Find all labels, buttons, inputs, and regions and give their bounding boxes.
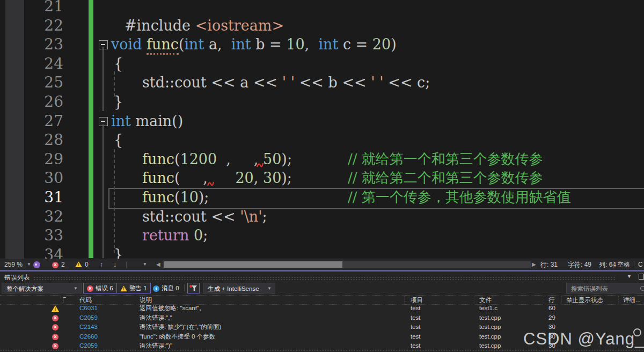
- zoom-level[interactable]: 259 %: [4, 259, 23, 270]
- cell-file: test.cpp: [479, 332, 501, 342]
- search-box[interactable]: [566, 283, 644, 294]
- line-number[interactable]: 33: [21, 226, 63, 245]
- code-line[interactable]: }: [114, 245, 123, 259]
- warning-count[interactable]: 0: [85, 259, 89, 270]
- indent-guide: [114, 149, 115, 253]
- cell-line: 60: [548, 304, 555, 313]
- code-token: ( ,: [174, 170, 236, 186]
- line-number[interactable]: 31: [21, 188, 63, 207]
- line-number[interactable]: 21: [21, 0, 63, 16]
- cell-code[interactable]: C2059: [79, 341, 98, 351]
- warning-count-icon[interactable]: !: [75, 261, 82, 267]
- code-row: 22#include <iostream>: [0, 16, 644, 35]
- scope-dropdown[interactable]: 整个解决方案 ▼: [2, 283, 82, 294]
- error-squiggle-icon: [256, 160, 264, 170]
- code-line[interactable]: std::cout << '\n';: [142, 207, 267, 226]
- code-token: 30: [263, 170, 281, 186]
- line-number[interactable]: 24: [21, 54, 63, 74]
- column-detail[interactable]: 详细...: [623, 296, 641, 304]
- next-change-icon[interactable]: ↓: [113, 259, 117, 270]
- line-number[interactable]: 30: [21, 168, 63, 188]
- code-line[interactable]: return 0;: [142, 226, 208, 245]
- code-token: ,: [254, 170, 263, 186]
- code-token: std::cout <<: [142, 208, 240, 225]
- cell-description: 语法错误:")": [140, 341, 172, 351]
- line-number[interactable]: 22: [21, 16, 63, 35]
- info-icon: i: [153, 285, 159, 292]
- code-token: [142, 36, 147, 53]
- line-indicator[interactable]: 行: 31: [540, 259, 558, 270]
- line-number[interactable]: 26: [21, 92, 63, 112]
- code-row: 21: [0, 0, 644, 16]
- code-comment: // 就给第一个和第三个参数传参: [348, 150, 543, 169]
- cell-code[interactable]: C6031: [79, 304, 98, 313]
- scroll-left-icon[interactable]: ◀: [156, 259, 160, 270]
- cell-code[interactable]: C2059: [79, 313, 98, 323]
- line-number[interactable]: 29: [21, 150, 63, 169]
- column-project[interactable]: 项目: [411, 296, 423, 304]
- watermark-registered-icon: [633, 328, 641, 336]
- code-line[interactable]: func(1200 , , 50);: [142, 150, 292, 169]
- scroll-right-icon[interactable]: ▶: [532, 259, 536, 270]
- cell-code[interactable]: C2660: [79, 332, 98, 342]
- warnings-filter-button[interactable]: !警告 1: [116, 283, 151, 294]
- line-number[interactable]: 32: [21, 207, 63, 226]
- code-line[interactable]: #include <iostream>: [125, 16, 284, 35]
- code-line[interactable]: void func(int a, int b = 10, int c = 20): [111, 35, 397, 54]
- filter-button[interactable]: [187, 283, 200, 294]
- spaces-indicator[interactable]: 空格: [617, 259, 630, 270]
- code-line[interactable]: func(10);: [142, 188, 209, 207]
- search-input[interactable]: [570, 284, 636, 294]
- error-count-icon[interactable]: ×: [52, 261, 58, 268]
- errors-label: 错误 6: [96, 285, 113, 291]
- line-number[interactable]: 25: [21, 73, 63, 92]
- code-editor[interactable]: 2122#include <iostream>23void func(int a…: [0, 0, 644, 259]
- error-list-row[interactable]: !C6031返回值被忽略: "scanf"。testtest1.c60: [0, 304, 644, 313]
- error-count[interactable]: 2: [61, 259, 65, 270]
- code-line[interactable]: func( , 20, 30);: [142, 168, 292, 188]
- filter-icon: [192, 285, 197, 291]
- visual-studio-window: 2122#include <iostream>23void func(int a…: [0, 0, 644, 352]
- code-line[interactable]: }: [114, 92, 123, 112]
- column-suppression[interactable]: 禁止显示状态: [566, 296, 603, 304]
- source-label: 生成 + IntelliSense: [208, 283, 259, 294]
- chevron-down-icon[interactable]: ▼: [627, 274, 632, 279]
- zoom-dropdown-icon[interactable]: ▼: [27, 259, 31, 270]
- prev-change-icon[interactable]: ↑: [100, 259, 104, 270]
- column-code[interactable]: 代码: [79, 296, 92, 304]
- code-line[interactable]: std::cout << a << ' ' << b << ' ' << c;: [142, 73, 430, 92]
- code-token: );: [281, 170, 292, 186]
- severity-column-icon[interactable]: [63, 297, 66, 303]
- source-dropdown[interactable]: 生成 + IntelliSense ▼: [203, 283, 275, 294]
- chevron-down-icon: ▼: [74, 283, 78, 294]
- errors-filter-button[interactable]: ×错误 6: [83, 283, 117, 294]
- brush-dropdown-icon[interactable]: ▼: [143, 259, 147, 270]
- column-description[interactable]: 说明: [140, 296, 152, 304]
- messages-filter-button[interactable]: i消息 0: [153, 283, 179, 294]
- cell-code[interactable]: C2143: [79, 322, 98, 332]
- code-token: (: [179, 36, 185, 53]
- code-line[interactable]: int main(): [111, 112, 183, 131]
- code-token: {: [114, 131, 123, 148]
- line-number[interactable]: 34: [21, 245, 63, 259]
- code-token: 20: [372, 36, 391, 53]
- code-line[interactable]: {: [114, 54, 123, 74]
- screen-reader-icon[interactable]: [33, 261, 40, 268]
- error-list-row[interactable]: ×C2059语法错误:","testtest.cpp29: [0, 313, 644, 323]
- line-number[interactable]: 27: [21, 112, 63, 131]
- code-line[interactable]: {: [114, 130, 123, 150]
- line-number[interactable]: 28: [21, 130, 63, 150]
- scrollbar-thumb[interactable]: [164, 261, 342, 268]
- char-indicator[interactable]: 字符: 49: [568, 259, 591, 270]
- pin-icon[interactable]: [639, 274, 644, 280]
- code-token: void: [111, 36, 142, 53]
- panel-drag-texture[interactable]: [33, 276, 616, 280]
- column-file[interactable]: 文件: [479, 296, 492, 304]
- column-line[interactable]: 行: [548, 296, 555, 304]
- horizontal-scrollbar[interactable]: [163, 261, 531, 268]
- code-token: ' ': [282, 74, 295, 91]
- code-row: 30func( , 20, 30);// 就给第二个和第三个参数传参: [0, 168, 644, 188]
- line-number[interactable]: 23: [21, 35, 63, 54]
- encoding-indicator[interactable]: C: [638, 259, 643, 270]
- cell-description: 语法错误:",": [140, 313, 172, 323]
